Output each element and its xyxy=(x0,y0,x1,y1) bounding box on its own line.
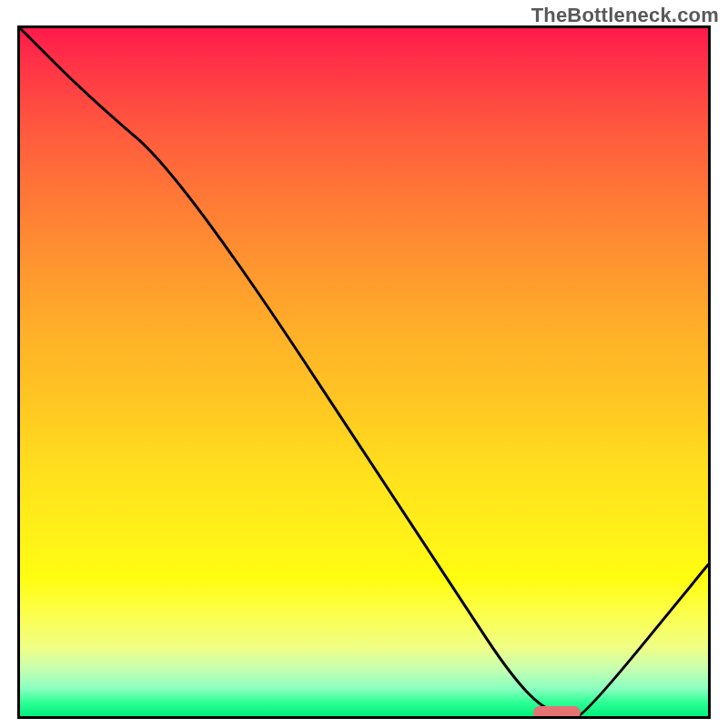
chart-plot-area xyxy=(17,25,711,719)
bottleneck-curve xyxy=(20,28,708,716)
optimum-marker xyxy=(533,706,581,719)
watermark-text: TheBottleneck.com xyxy=(531,4,719,27)
